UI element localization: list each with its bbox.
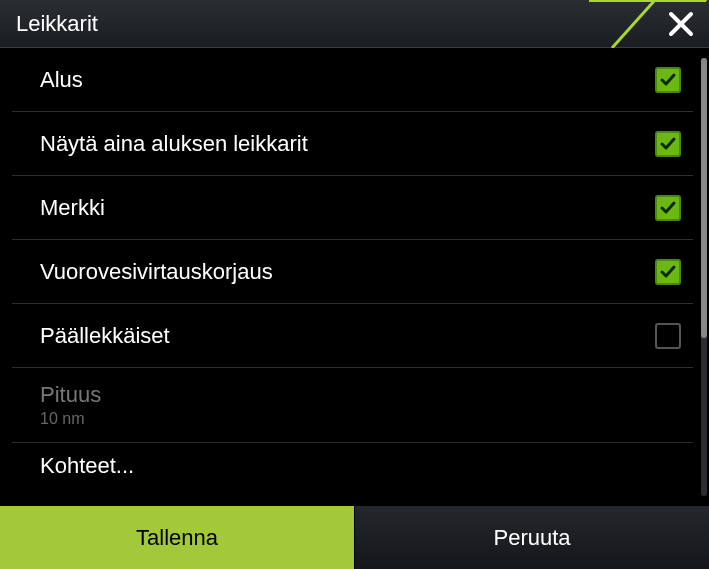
item-text-col: Kohteet... (40, 453, 134, 479)
dialog-header: Leikkarit (0, 0, 709, 48)
checkbox[interactable] (655, 323, 681, 349)
list-item[interactable]: Pituus10 nm (12, 368, 693, 443)
cancel-button[interactable]: Peruuta (354, 506, 709, 569)
check-icon (659, 135, 677, 153)
save-button[interactable]: Tallenna (0, 506, 354, 569)
item-text-col: Merkki (40, 195, 105, 221)
close-button[interactable] (661, 4, 701, 44)
list-item[interactable]: Merkki (12, 176, 693, 240)
item-text-col: Näytä aina aluksen leikkarit (40, 131, 308, 157)
list-item[interactable]: Kohteet... (12, 443, 693, 483)
item-text-col: Pituus10 nm (40, 382, 101, 428)
item-text-col: Päällekkäiset (40, 323, 170, 349)
settings-list-container: AlusNäytä aina aluksen leikkaritMerkkiVu… (0, 48, 709, 506)
list-item[interactable]: Päällekkäiset (12, 304, 693, 368)
item-text-col: Alus (40, 67, 83, 93)
checkbox[interactable] (655, 259, 681, 285)
item-label: Pituus (40, 382, 101, 408)
check-icon (659, 263, 677, 281)
item-label: Merkki (40, 195, 105, 221)
checkbox[interactable] (655, 67, 681, 93)
svg-line-0 (612, 0, 655, 48)
check-icon (659, 71, 677, 89)
scrollbar-thumb[interactable] (701, 58, 707, 338)
dialog-footer: Tallenna Peruuta (0, 506, 709, 569)
item-label: Vuorovesivirtauskorjaus (40, 259, 273, 285)
dialog-title: Leikkarit (0, 11, 98, 37)
settings-list: AlusNäytä aina aluksen leikkaritMerkkiVu… (0, 48, 709, 483)
item-subtext: 10 nm (40, 410, 101, 428)
item-label: Kohteet... (40, 453, 134, 479)
item-text-col: Vuorovesivirtauskorjaus (40, 259, 273, 285)
list-item[interactable]: Näytä aina aluksen leikkarit (12, 112, 693, 176)
item-label: Päällekkäiset (40, 323, 170, 349)
item-label: Alus (40, 67, 83, 93)
list-item[interactable]: Vuorovesivirtauskorjaus (12, 240, 693, 304)
close-icon (668, 11, 694, 37)
check-icon (659, 199, 677, 217)
checkbox[interactable] (655, 131, 681, 157)
scrollbar[interactable] (701, 58, 707, 496)
list-item[interactable]: Alus (12, 48, 693, 112)
item-label: Näytä aina aluksen leikkarit (40, 131, 308, 157)
checkbox[interactable] (655, 195, 681, 221)
